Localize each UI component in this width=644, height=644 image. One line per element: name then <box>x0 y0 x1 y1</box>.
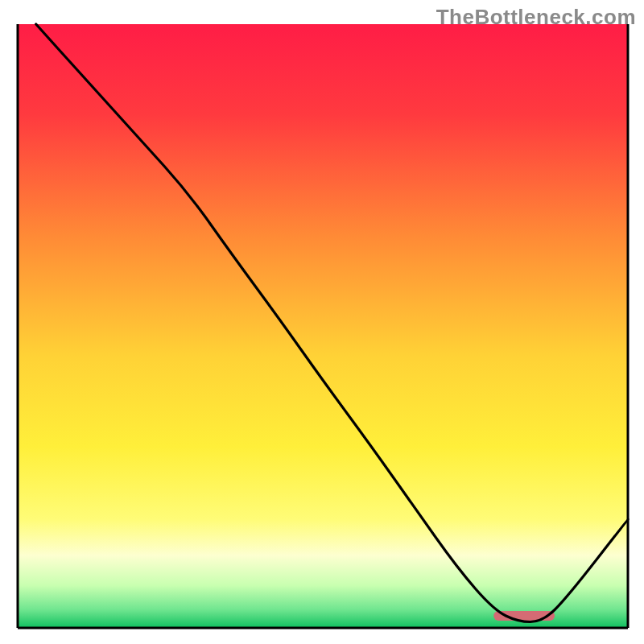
watermark-text: TheBottleneck.com <box>436 5 636 30</box>
plot-background <box>18 24 628 628</box>
chart-svg <box>0 0 644 644</box>
bottleneck-chart: TheBottleneck.com <box>0 0 644 644</box>
